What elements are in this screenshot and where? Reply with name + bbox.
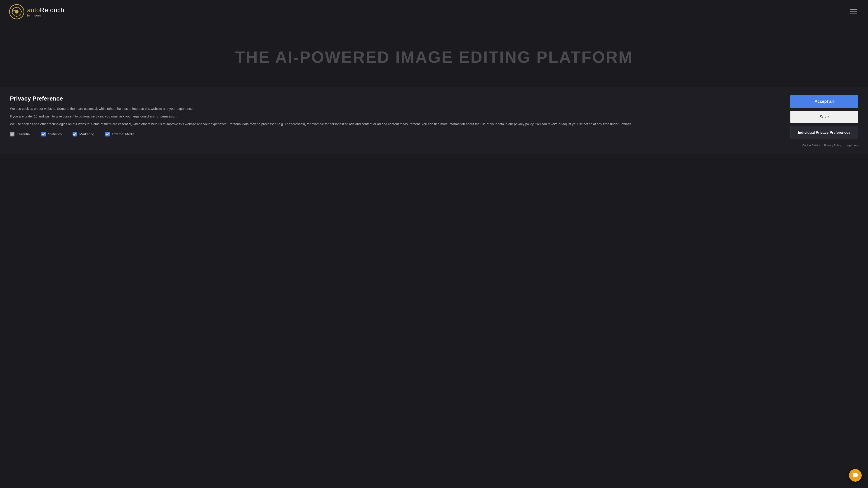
svg-point-2 — [15, 10, 19, 13]
navbar: autoRetouch by meero — [0, 0, 868, 24]
logo-icon — [9, 4, 24, 20]
svg-point-10 — [20, 14, 20, 15]
hero-section: THE AI-POWERED IMAGE EDITING PLATFORM — [0, 24, 868, 87]
checkbox-statistics[interactable]: Statistics — [41, 132, 62, 136]
checkbox-essential[interactable]: Essential — [10, 132, 31, 136]
privacy-title: Privacy Preference — [10, 95, 783, 102]
svg-point-8 — [21, 11, 22, 12]
privacy-checkboxes: Essential Statistics Marketing External … — [10, 132, 783, 136]
logo-subtitle: by meero — [27, 14, 64, 17]
external-media-checkbox[interactable] — [105, 132, 110, 136]
privacy-description-3: We use cookies and other technologies on… — [10, 122, 783, 127]
logo: autoRetouch by meero — [9, 4, 64, 20]
logo-retouch: Retouch — [40, 6, 64, 13]
svg-point-6 — [16, 16, 18, 17]
hamburger-line-3 — [850, 13, 857, 14]
individual-preferences-button[interactable]: Individual Privacy Preferences — [790, 126, 858, 139]
privacy-banner: Privacy Preference We use cookies on our… — [0, 87, 868, 154]
cookie-details-link[interactable]: Cookie Details — [802, 144, 820, 147]
hamburger-menu-button[interactable] — [848, 8, 859, 16]
accept-all-button[interactable]: Accept all — [790, 95, 858, 108]
divider-2: | — [843, 144, 844, 147]
marketing-label: Marketing — [79, 132, 94, 136]
logo-auto: auto — [27, 6, 40, 13]
privacy-description-2: If you are under 16 and wish to give con… — [10, 114, 783, 119]
hamburger-line-1 — [850, 9, 857, 10]
statistics-checkbox[interactable] — [41, 132, 46, 136]
statistics-label: Statistics — [48, 132, 62, 136]
svg-point-9 — [13, 8, 14, 9]
marketing-checkbox[interactable] — [72, 132, 77, 136]
svg-point-12 — [13, 14, 14, 15]
svg-point-5 — [16, 7, 18, 8]
hamburger-line-2 — [850, 11, 857, 12]
legal-note-link[interactable]: Legal note — [845, 144, 858, 147]
chat-icon — [852, 472, 859, 479]
essential-label: Essential — [17, 132, 31, 136]
external-media-label: External Media — [112, 132, 134, 136]
privacy-description-1: We use cookies on our website. Some of t… — [10, 106, 783, 111]
logo-text: autoRetouch by meero — [27, 6, 64, 17]
hero-title: THE AI-POWERED IMAGE EDITING PLATFORM — [235, 48, 633, 66]
privacy-footer-links: Cookie Details | Privacy Policy | Legal … — [790, 144, 858, 147]
essential-checkbox[interactable] — [10, 132, 14, 136]
svg-point-11 — [20, 8, 20, 9]
divider-1: | — [822, 144, 822, 147]
chat-button[interactable] — [849, 469, 862, 482]
privacy-content: Privacy Preference We use cookies on our… — [10, 95, 783, 136]
privacy-policy-link[interactable]: Privacy Policy — [824, 144, 841, 147]
save-button[interactable]: Save — [790, 111, 858, 123]
svg-line-4 — [14, 10, 15, 11]
checkbox-marketing[interactable]: Marketing — [72, 132, 94, 136]
svg-point-7 — [12, 11, 13, 12]
checkbox-external-media[interactable]: External Media — [105, 132, 134, 136]
privacy-actions: Accept all Save Individual Privacy Prefe… — [790, 95, 858, 147]
